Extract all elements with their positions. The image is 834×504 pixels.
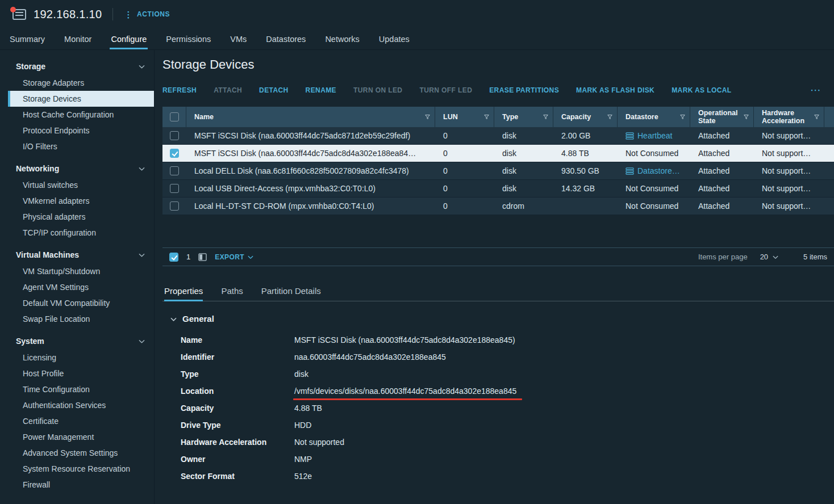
tab-monitor[interactable]: Monitor bbox=[55, 28, 101, 49]
column-header-datastore[interactable]: Datastore bbox=[618, 107, 690, 127]
sidebar-item-host-profile[interactable]: Host Profile bbox=[0, 366, 154, 381]
sidebar-section-networking[interactable]: Networking bbox=[0, 160, 154, 177]
column-header-operational-state[interactable]: Operational State bbox=[690, 107, 754, 127]
table-row[interactable]: MSFT iSCSI Disk (naa.60003ff44dc75adc8d4… bbox=[162, 145, 834, 162]
sidebar-item-firewall[interactable]: Firewall bbox=[0, 477, 154, 493]
sidebar-item-physical-adapters[interactable]: Physical adapters bbox=[0, 209, 154, 225]
row-checkbox[interactable] bbox=[170, 166, 179, 175]
chevron-down-icon bbox=[170, 314, 177, 324]
datastore-link[interactable]: Heartbeat bbox=[637, 131, 672, 140]
sidebar-item-time-configuration[interactable]: Time Configuration bbox=[0, 381, 154, 397]
turn-on-led-button[interactable]: TURN ON LED bbox=[353, 86, 402, 94]
sidebar-item-storage-devices[interactable]: Storage Devices bbox=[8, 91, 154, 107]
filter-icon[interactable] bbox=[543, 114, 549, 120]
sidebar-item-vmkernel-adapters[interactable]: VMkernel adapters bbox=[0, 193, 154, 209]
column-selector-icon[interactable] bbox=[198, 253, 207, 261]
sidebar-section-label: Networking bbox=[16, 164, 59, 173]
tab-networks[interactable]: Networks bbox=[315, 28, 369, 49]
mark-as-flash-disk-button[interactable]: MARK AS FLASH DISK bbox=[576, 86, 654, 94]
details-tab-paths[interactable]: Paths bbox=[221, 281, 243, 301]
sidebar-item-advanced-system-settings[interactable]: Advanced System Settings bbox=[0, 445, 154, 461]
lun: 0 bbox=[435, 149, 494, 158]
datastore-link[interactable]: Datastore… bbox=[637, 166, 680, 175]
row-checkbox[interactable] bbox=[170, 149, 179, 158]
sidebar-item-i-o-filters[interactable]: I/O Filters bbox=[0, 138, 154, 154]
more-actions-button[interactable]: ⋯ bbox=[810, 85, 822, 95]
erase-partitions-button[interactable]: ERASE PARTITIONS bbox=[489, 86, 559, 94]
sidebar-item-protocol-endpoints[interactable]: Protocol Endpoints bbox=[0, 123, 154, 138]
filter-icon[interactable] bbox=[743, 114, 749, 120]
sidebar-item-certificate[interactable]: Certificate bbox=[0, 413, 154, 429]
sidebar-item-agent-vm-settings[interactable]: Agent VM Settings bbox=[0, 279, 154, 295]
capacity: 14.32 GB bbox=[553, 184, 618, 193]
datastore-cell: Not Consumed bbox=[618, 184, 690, 193]
sidebar-item-system-resource-reservation[interactable]: System Resource Reservation bbox=[0, 461, 154, 477]
attach-button[interactable]: ATTACH bbox=[214, 86, 242, 94]
sidebar-item-swap-file-location[interactable]: Swap File Location bbox=[0, 311, 154, 327]
tab-vms[interactable]: VMs bbox=[220, 28, 256, 49]
property-label: Owner bbox=[181, 455, 294, 464]
sidebar-item-storage-adapters[interactable]: Storage Adapters bbox=[0, 75, 154, 91]
turn-off-led-button[interactable]: TURN OFF LED bbox=[419, 86, 472, 94]
row-checkbox[interactable] bbox=[170, 131, 179, 140]
row-checkbox[interactable] bbox=[170, 184, 179, 193]
page-title: Storage Devices bbox=[162, 57, 834, 72]
tab-permissions[interactable]: Permissions bbox=[156, 28, 220, 49]
datastore-icon bbox=[626, 167, 634, 175]
table-row[interactable]: Local DELL Disk (naa.6c81f660c828f500278… bbox=[162, 162, 834, 180]
column-header-lun[interactable]: LUN bbox=[435, 107, 494, 127]
tab-configure[interactable]: Configure bbox=[101, 28, 156, 49]
device-name: Local USB Direct-Access (mpx.vmhba32:C0:… bbox=[186, 184, 435, 193]
refresh-button[interactable]: REFRESH bbox=[162, 86, 197, 94]
rename-button[interactable]: RENAME bbox=[306, 86, 336, 94]
capacity: 4.88 TB bbox=[553, 149, 618, 158]
property-label: Identifier bbox=[181, 352, 294, 362]
column-label: Capacity bbox=[561, 113, 591, 121]
lun: 0 bbox=[435, 166, 494, 175]
detach-button[interactable]: DETACH bbox=[259, 86, 289, 94]
tab-datastores[interactable]: Datastores bbox=[256, 28, 315, 49]
property-row-hardware-acceleration: Hardware AccelerationNot supported bbox=[181, 434, 834, 451]
selection-summary-checkbox[interactable] bbox=[169, 253, 178, 262]
details-tab-properties[interactable]: Properties bbox=[164, 281, 203, 301]
row-checkbox[interactable] bbox=[170, 201, 179, 211]
sidebar-item-default-vm-compatibility[interactable]: Default VM Compatibility bbox=[0, 295, 154, 311]
filter-icon[interactable] bbox=[814, 114, 820, 120]
filter-icon[interactable] bbox=[679, 114, 686, 120]
divider bbox=[112, 8, 113, 20]
table-row[interactable]: Local USB Direct-Access (mpx.vmhba32:C0:… bbox=[162, 180, 834, 198]
sidebar-section-storage[interactable]: Storage bbox=[0, 58, 154, 75]
column-header-capacity[interactable]: Capacity bbox=[553, 107, 618, 127]
column-header-name[interactable]: Name bbox=[186, 107, 435, 127]
details-tab-partition-details[interactable]: Partition Details bbox=[261, 281, 321, 301]
capacity: 2.00 GB bbox=[553, 131, 618, 140]
export-button[interactable]: EXPORT bbox=[215, 253, 253, 261]
general-section-toggle[interactable]: General bbox=[170, 314, 834, 324]
table-row[interactable]: MSFT iSCSI Disk (naa.60003ff44dc75adc871… bbox=[162, 127, 834, 145]
filter-icon[interactable] bbox=[424, 114, 431, 120]
sidebar-item-virtual-switches[interactable]: Virtual switches bbox=[0, 177, 154, 193]
filter-icon[interactable] bbox=[483, 114, 490, 120]
datastore-cell: Not Consumed bbox=[618, 201, 690, 211]
column-header-hardware-acceleration[interactable]: Hardware Acceleration bbox=[754, 107, 824, 127]
table-row[interactable]: Local HL-DT-ST CD-ROM (mpx.vmhba0:C0:T4:… bbox=[162, 198, 834, 215]
sidebar-item-tcp-ip-configuration[interactable]: TCP/IP configuration bbox=[0, 225, 154, 241]
sidebar-item-host-cache-configuration[interactable]: Host Cache Configuration bbox=[0, 107, 154, 123]
mark-as-local-button[interactable]: MARK AS LOCAL bbox=[672, 86, 731, 94]
sidebar-item-vm-startup-shutdown[interactable]: VM Startup/Shutdown bbox=[0, 263, 154, 279]
items-per-page-select[interactable]: 20 bbox=[760, 253, 778, 261]
tab-updates[interactable]: Updates bbox=[369, 28, 419, 49]
sidebar-item-authentication-services[interactable]: Authentication Services bbox=[0, 397, 154, 413]
host-title: 192.168.1.10 bbox=[34, 8, 102, 21]
sidebar-item-power-management[interactable]: Power Management bbox=[0, 429, 154, 445]
sidebar-item-licensing[interactable]: Licensing bbox=[0, 350, 154, 366]
select-all-checkbox[interactable] bbox=[170, 112, 179, 121]
column-header-type[interactable]: Type bbox=[494, 107, 553, 127]
property-value: HDD bbox=[294, 421, 311, 430]
filter-icon[interactable] bbox=[607, 114, 613, 120]
actions-button[interactable]: ⋮ ACTIONS bbox=[124, 10, 170, 19]
tab-summary[interactable]: Summary bbox=[0, 28, 55, 49]
sidebar-section-virtual-machines[interactable]: Virtual Machines bbox=[0, 246, 154, 263]
sidebar-section-system[interactable]: System bbox=[0, 333, 154, 350]
sidebar-section-label: Virtual Machines bbox=[16, 250, 79, 259]
